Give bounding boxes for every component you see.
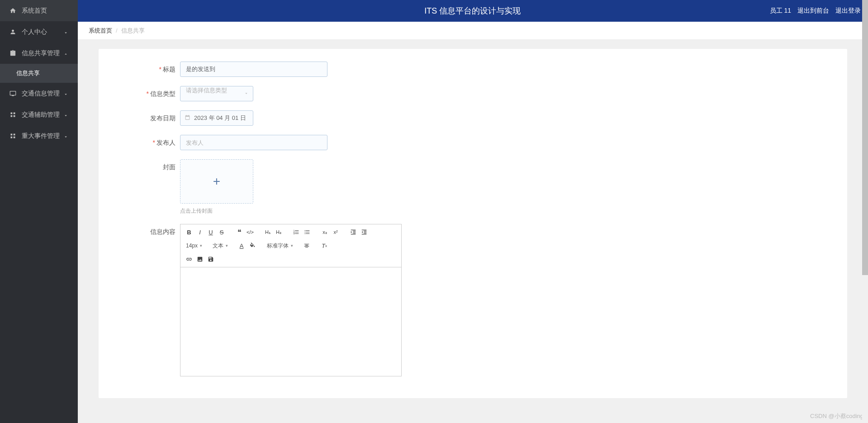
sidebar-item-personal[interactable]: 个人中心 xyxy=(0,21,78,43)
sidebar-label: 个人中心 xyxy=(22,28,63,36)
text-format-select[interactable]: 文本 xyxy=(211,241,229,251)
sidebar-item-home[interactable]: 系统首页 xyxy=(0,0,78,21)
save-icon[interactable] xyxy=(206,254,216,264)
bg-color-icon[interactable] xyxy=(247,241,257,251)
date-label: 发布日期 xyxy=(117,110,180,126)
app-title: ITS 信息平台的设计与实现 xyxy=(175,5,770,16)
breadcrumb: 系统首页 / 信息共享 xyxy=(78,22,868,40)
chevron-down-icon xyxy=(63,112,69,118)
sidebar-label: 系统首页 xyxy=(22,7,69,15)
breadcrumb-sep: / xyxy=(116,27,118,34)
sidebar-item-traffic-aux[interactable]: 交通辅助管理 xyxy=(0,104,78,125)
font-family-select[interactable]: 标准字体 xyxy=(265,241,294,251)
type-label: *信息类型 xyxy=(117,86,180,101)
sidebar-label: 重大事件管理 xyxy=(22,132,63,140)
sidebar-label: 信息共享管理 xyxy=(22,49,63,57)
editor-toolbar: B I U S ❝ </> H₁ H₂ xyxy=(180,224,401,267)
upload-hint: 点击上传封面 xyxy=(180,207,829,215)
chevron-down-icon xyxy=(63,133,69,139)
superscript-icon[interactable]: x² xyxy=(331,227,341,237)
bold-icon[interactable]: B xyxy=(184,227,194,237)
scrollbar-track[interactable] xyxy=(862,0,868,423)
quote-icon[interactable]: ❝ xyxy=(234,227,244,237)
content-label: 信息内容 xyxy=(117,224,180,239)
header: ITS 信息平台的设计与实现 员工 11 退出到前台 退出登录 xyxy=(78,0,868,22)
image-icon[interactable] xyxy=(195,254,205,264)
sidebar-submenu: 信息共享 xyxy=(0,64,78,83)
sidebar-item-major-events[interactable]: 重大事件管理 xyxy=(0,125,78,147)
publisher-input[interactable] xyxy=(180,135,327,150)
h1-icon[interactable]: H₁ xyxy=(263,227,273,237)
sidebar-label: 交通辅助管理 xyxy=(22,111,63,119)
monitor-icon xyxy=(9,90,16,97)
title-input[interactable] xyxy=(180,62,327,77)
underline-icon[interactable]: U xyxy=(206,227,216,237)
sidebar-subitem-info-share[interactable]: 信息共享 xyxy=(0,64,78,83)
breadcrumb-home[interactable]: 系统首页 xyxy=(89,27,112,35)
strike-icon[interactable]: S xyxy=(217,227,227,237)
form-card: *标题 *信息类型 请选择信息类型 xyxy=(99,49,847,398)
user-icon xyxy=(9,29,16,36)
indent-icon[interactable] xyxy=(348,227,358,237)
content: *标题 *信息类型 请选择信息类型 xyxy=(78,40,868,423)
publisher-label: *发布人 xyxy=(117,135,180,150)
link-icon[interactable] xyxy=(184,254,194,264)
cover-label: 封面 xyxy=(117,159,180,175)
breadcrumb-current: 信息共享 xyxy=(121,27,145,35)
ordered-list-icon[interactable] xyxy=(291,227,301,237)
outdent-icon[interactable] xyxy=(359,227,369,237)
font-color-icon[interactable]: A xyxy=(237,241,247,251)
font-size-select[interactable]: 14px xyxy=(184,242,203,250)
chevron-down-icon xyxy=(63,29,69,35)
align-icon[interactable] xyxy=(302,241,312,251)
richtext-editor: B I U S ❝ </> H₁ H₂ xyxy=(180,224,402,376)
header-logout[interactable]: 退出登录 xyxy=(835,7,861,15)
sidebar-item-traffic-info[interactable]: 交通信息管理 xyxy=(0,83,78,104)
scrollbar-thumb[interactable] xyxy=(862,0,868,275)
sidebar-item-info-share-mgmt[interactable]: 信息共享管理 xyxy=(0,43,78,64)
clipboard-icon xyxy=(9,50,16,57)
clear-format-icon[interactable]: Tx xyxy=(319,241,329,251)
title-label: *标题 xyxy=(117,62,180,77)
grid-icon xyxy=(9,111,16,119)
watermark: CSDN @小蔡coding xyxy=(810,412,863,420)
header-user[interactable]: 员工 11 xyxy=(770,7,791,15)
italic-icon[interactable]: I xyxy=(195,227,205,237)
home-icon xyxy=(9,7,16,14)
unordered-list-icon[interactable] xyxy=(302,227,312,237)
editor-body[interactable] xyxy=(180,267,401,376)
main: ITS 信息平台的设计与实现 员工 11 退出到前台 退出登录 系统首页 / 信… xyxy=(78,0,868,423)
h2-icon[interactable]: H₂ xyxy=(274,227,284,237)
subscript-icon[interactable]: x₂ xyxy=(320,227,330,237)
chevron-up-icon xyxy=(63,51,69,56)
date-input[interactable] xyxy=(180,110,253,126)
chevron-down-icon xyxy=(63,91,69,96)
code-icon[interactable]: </> xyxy=(245,227,255,237)
grid-icon xyxy=(9,133,16,140)
plus-icon: + xyxy=(213,174,220,189)
header-logout-front[interactable]: 退出到前台 xyxy=(797,7,829,15)
upload-cover[interactable]: + xyxy=(180,159,253,204)
sidebar-label: 交通信息管理 xyxy=(22,90,63,98)
sidebar: 系统首页 个人中心 信息共享管理 信息共享 xyxy=(0,0,78,423)
type-select[interactable]: 请选择信息类型 xyxy=(180,86,253,101)
